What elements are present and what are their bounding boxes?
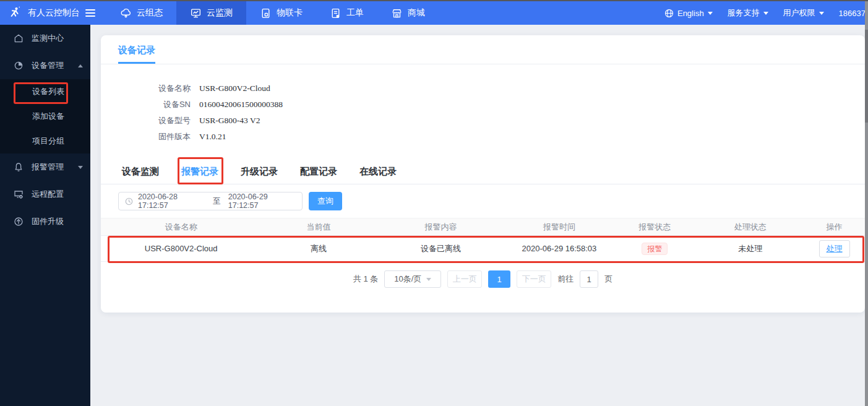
submenu-item-label: 添加设备 bbox=[32, 111, 64, 121]
cell-alarm-status: 报警 bbox=[612, 243, 697, 255]
page-title[interactable]: 设备记录 bbox=[118, 35, 155, 64]
nav-tab-iot-card[interactable]: 物联卡 bbox=[246, 1, 316, 25]
next-page-button[interactable]: 下一页 bbox=[517, 270, 551, 288]
cloud-icon bbox=[120, 7, 132, 19]
page-size-select[interactable]: 10条/页 bbox=[384, 270, 441, 288]
info-label: 设备SN bbox=[101, 97, 191, 113]
sidebar-item-label: 固件升级 bbox=[32, 216, 83, 227]
record-tabs: 设备监测 报警记录 升级记录 配置记录 在线记录 bbox=[101, 160, 865, 184]
info-label: 设备型号 bbox=[101, 113, 191, 129]
info-row-device-name: 设备名称 USR-G800V2-Cloud bbox=[101, 80, 865, 97]
col-alarm-time: 报警时间 bbox=[506, 222, 613, 233]
work-order-icon bbox=[330, 7, 342, 19]
account-label: 186637 bbox=[839, 9, 866, 18]
pagination-total: 共 1 条 bbox=[353, 274, 378, 285]
pagination: 共 1 条 10条/页 上一页 1 下一页 前往 页 bbox=[101, 270, 865, 288]
chevron-down-icon bbox=[763, 12, 768, 15]
sidebar-item-remote-config[interactable]: 远程配置 bbox=[0, 181, 90, 208]
sidebar-item-add-device[interactable]: 添加设备 bbox=[0, 104, 90, 129]
sidebar-item-device-list[interactable]: 设备列表 bbox=[0, 79, 90, 104]
hamburger-icon[interactable] bbox=[85, 9, 95, 17]
submenu-item-label: 项目分组 bbox=[32, 136, 64, 145]
col-alarm-status: 报警状态 bbox=[612, 222, 697, 233]
date-end-value: 2020-06-29 17:12:57 bbox=[228, 192, 296, 210]
top-navbar: 有人云控制台 云组态 云监测 bbox=[0, 1, 868, 25]
submenu-item-label: 设备列表 bbox=[32, 87, 64, 96]
chevron-down-icon bbox=[819, 12, 824, 15]
date-start-value: 2020-06-28 17:12:57 bbox=[138, 192, 205, 210]
sidebar-item-device-management[interactable]: 设备管理 bbox=[0, 52, 90, 79]
nav-tab-mall[interactable]: 商城 bbox=[377, 1, 439, 25]
nav-tab-label: 工单 bbox=[346, 7, 364, 19]
tab-device-monitor[interactable]: 设备监测 bbox=[122, 160, 159, 184]
firmware-upgrade-icon bbox=[14, 217, 24, 227]
card-header: 设备记录 bbox=[101, 35, 865, 64]
nav-tab-cloud-monitor[interactable]: 云监测 bbox=[176, 1, 246, 25]
info-value: USR-G800V2-Cloud bbox=[199, 80, 270, 97]
sidebar-item-alarm-management[interactable]: 报警管理 bbox=[0, 153, 90, 181]
cell-alarm-time: 2020-06-29 16:58:03 bbox=[506, 244, 613, 253]
info-row-firmware-version: 固件版本 V1.0.21 bbox=[101, 129, 865, 145]
nav-tab-label: 云监测 bbox=[207, 7, 233, 19]
cell-current-value: 离线 bbox=[261, 243, 376, 254]
col-handle-status: 处理状态 bbox=[697, 222, 804, 233]
sidebar-item-label: 远程配置 bbox=[32, 189, 83, 200]
chevron-down-icon bbox=[426, 278, 431, 281]
search-button[interactable]: 查询 bbox=[309, 192, 342, 210]
support-label: 服务支持 bbox=[728, 7, 760, 19]
sidebar-item-monitor-center[interactable]: 监测中心 bbox=[0, 25, 90, 52]
alarm-bell-icon bbox=[14, 162, 24, 172]
tab-alarm-records[interactable]: 报警记录 bbox=[181, 160, 218, 184]
info-row-device-model: 设备型号 USR-G800-43 V2 bbox=[101, 113, 865, 129]
cell-handle-status: 未处理 bbox=[697, 243, 804, 254]
brand[interactable]: 有人云控制台 bbox=[0, 6, 99, 20]
col-current-value: 当前值 bbox=[261, 222, 376, 233]
sim-card-icon bbox=[260, 7, 272, 19]
brand-logo-icon bbox=[7, 6, 22, 20]
vertical-scrollbar[interactable] bbox=[865, 1, 868, 406]
goto-label: 前往 bbox=[557, 274, 574, 285]
col-alarm-content: 报警内容 bbox=[376, 222, 506, 233]
prev-page-button[interactable]: 上一页 bbox=[447, 270, 482, 288]
tab-online-records[interactable]: 在线记录 bbox=[359, 160, 397, 184]
cell-action: 处理 bbox=[804, 240, 865, 257]
account-number[interactable]: 186637 bbox=[839, 9, 866, 18]
nav-tab-cloud-config[interactable]: 云组态 bbox=[106, 1, 176, 25]
nav-tab-label: 商城 bbox=[408, 7, 425, 19]
sidebar-item-firmware-upgrade[interactable]: 固件升级 bbox=[0, 208, 90, 235]
chevron-down-icon bbox=[78, 166, 83, 169]
remote-config-icon bbox=[14, 189, 24, 199]
nav-tab-label: 物联卡 bbox=[277, 7, 303, 19]
table-row: USR-G800V2-Cloud 离线 设备已离线 2020-06-29 16:… bbox=[101, 236, 865, 262]
tab-upgrade-records[interactable]: 升级记录 bbox=[241, 160, 278, 184]
chevron-down-icon bbox=[708, 12, 713, 15]
home-icon bbox=[14, 33, 24, 43]
scrollbar-thumb[interactable] bbox=[865, 30, 868, 123]
col-action: 操作 bbox=[804, 222, 865, 233]
handle-button[interactable]: 处理 bbox=[819, 240, 850, 257]
page-number-1[interactable]: 1 bbox=[488, 270, 510, 288]
sidebar-item-project-group[interactable]: 项目分组 bbox=[0, 129, 90, 153]
chevron-up-icon bbox=[78, 64, 83, 67]
info-label: 设备名称 bbox=[101, 80, 191, 97]
nav-tab-work-order[interactable]: 工单 bbox=[316, 1, 377, 25]
permission-label: 用户权限 bbox=[783, 7, 815, 19]
filter-row: 2020-06-28 17:12:57 至 2020-06-29 17:12:5… bbox=[118, 192, 865, 210]
date-range-picker[interactable]: 2020-06-28 17:12:57 至 2020-06-29 17:12:5… bbox=[118, 192, 303, 210]
navbar-tabs: 云组态 云监测 物联卡 bbox=[106, 1, 439, 25]
support-menu[interactable]: 服务支持 bbox=[728, 7, 768, 19]
table-header-row: 设备名称 当前值 报警内容 报警时间 报警状态 处理状态 操作 bbox=[101, 218, 865, 236]
info-value: USR-G800-43 V2 bbox=[199, 113, 260, 129]
monitor-chart-icon bbox=[190, 7, 202, 19]
info-row-device-sn: 设备SN 01600420061500000388 bbox=[101, 97, 865, 113]
tab-config-records[interactable]: 配置记录 bbox=[300, 160, 337, 184]
window-top-edge bbox=[0, 0, 868, 1]
nav-tab-label: 云组态 bbox=[137, 7, 163, 19]
goto-page-input[interactable] bbox=[580, 270, 598, 288]
permission-menu[interactable]: 用户权限 bbox=[783, 7, 824, 19]
brand-title: 有人云控制台 bbox=[28, 7, 80, 19]
language-menu[interactable]: English bbox=[664, 9, 713, 18]
language-label: English bbox=[677, 9, 704, 18]
alarm-status-badge: 报警 bbox=[642, 243, 668, 255]
cell-device-name: USR-G800V2-Cloud bbox=[101, 244, 261, 253]
